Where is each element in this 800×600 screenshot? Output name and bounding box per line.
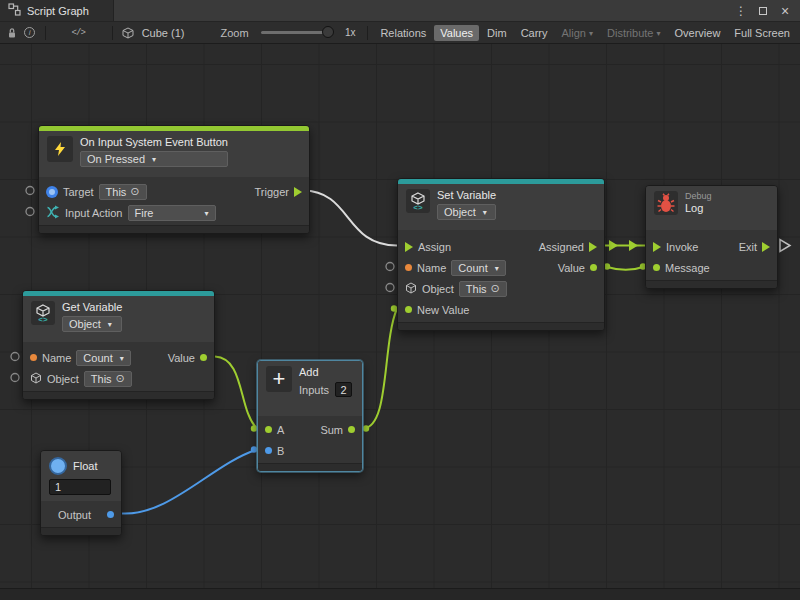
chip-value: This <box>91 373 112 385</box>
node-footer <box>646 280 777 288</box>
maximize-icon[interactable] <box>754 2 772 20</box>
flow-arrow-icon <box>629 240 638 251</box>
port-circle-set-object[interactable] <box>386 284 394 292</box>
wire-assigned-to-invoke[interactable] <box>605 240 645 251</box>
node-get-variable[interactable]: <> Get Variable Object Name Count <box>22 290 215 400</box>
trigger-port[interactable] <box>294 187 302 197</box>
status-strip <box>0 588 800 600</box>
name-port[interactable] <box>30 354 37 361</box>
port-row: Name Count Value <box>398 257 604 278</box>
invoke-port[interactable] <box>653 242 661 252</box>
a-port[interactable] <box>265 426 272 433</box>
wire-getvalue-to-a[interactable] <box>215 357 257 432</box>
port-circle-input-action[interactable] <box>26 208 34 216</box>
variable-name-dropdown[interactable]: Count <box>451 260 505 276</box>
toolbar-separator <box>367 26 368 40</box>
wire-value-to-message[interactable] <box>604 263 646 270</box>
object-cube-icon <box>405 282 417 296</box>
message-port-label: Message <box>665 262 710 274</box>
svg-text:<>: <> <box>413 203 423 211</box>
port-row: Target This Trigger <box>39 181 309 202</box>
variable-name-dropdown[interactable]: Count <box>76 350 130 366</box>
object-this-button[interactable]: This <box>84 371 132 387</box>
output-port[interactable] <box>107 511 114 518</box>
node-category: Debug <box>685 191 712 201</box>
node-on-input-system-event-button[interactable]: On Input System Event Button On Pressed … <box>38 125 310 234</box>
float-value-field[interactable]: 1 <box>49 479 111 495</box>
exit-port[interactable] <box>762 242 770 252</box>
port-row: Name Count Value <box>23 347 214 368</box>
message-port[interactable] <box>653 264 660 271</box>
assign-port-label: Assign <box>418 241 451 253</box>
svg-text:<>: <> <box>38 315 48 323</box>
event-mode-dropdown[interactable]: On Pressed <box>80 151 228 167</box>
values-button[interactable]: Values <box>434 25 479 41</box>
node-footer <box>41 527 121 535</box>
distribute-label: Distribute <box>607 27 653 39</box>
dropdown-value: Count <box>458 262 487 274</box>
wire-trigger-to-assign[interactable] <box>303 191 397 246</box>
menu-icon[interactable] <box>732 2 750 20</box>
gameobject-self-icon <box>46 186 58 198</box>
variable-scope-dropdown[interactable]: Object <box>437 204 496 220</box>
dropdown-value: Fire <box>135 207 154 219</box>
chevron-down-icon <box>105 318 112 330</box>
relations-button[interactable]: Relations <box>374 25 432 41</box>
port-circle-get-object[interactable] <box>11 374 19 382</box>
wire-sum-to-newvalue[interactable] <box>363 305 397 431</box>
wire-float-to-b[interactable] <box>122 446 257 513</box>
sum-port[interactable] <box>348 426 355 433</box>
exit-port-label: Exit <box>739 241 757 253</box>
script-graph-icon <box>8 3 21 18</box>
port-circle-target[interactable] <box>26 187 34 195</box>
close-icon[interactable] <box>776 2 794 20</box>
tab-title: Script Graph <box>27 5 89 17</box>
zoom-label: Zoom <box>216 27 252 39</box>
object-this-button[interactable]: This <box>459 281 507 297</box>
port-circle-set-name[interactable] <box>386 263 394 271</box>
value-port[interactable] <box>200 354 207 361</box>
new-value-port[interactable] <box>405 306 412 313</box>
value-port[interactable] <box>590 264 597 271</box>
chevron-down-icon <box>653 27 660 39</box>
dim-button[interactable]: Dim <box>481 25 513 41</box>
graph-target-label[interactable]: Cube (1) <box>138 27 189 39</box>
node-title: Get Variable <box>62 301 122 313</box>
name-port[interactable] <box>405 264 412 271</box>
target-this-button[interactable]: This <box>99 184 147 200</box>
flow-arrow-icon <box>609 240 618 251</box>
target-icon <box>116 372 125 385</box>
b-port-label: B <box>277 445 284 457</box>
node-debug-log[interactable]: Debug Log Invoke Exit Message <box>645 185 778 289</box>
float-literal-icon <box>49 457 67 475</box>
inputs-count-field[interactable]: 2 <box>335 382 352 397</box>
input-action-dropdown[interactable]: Fire <box>128 205 216 221</box>
port-row: Invoke Exit <box>646 236 777 257</box>
carry-button[interactable]: Carry <box>515 25 554 41</box>
port-row: Input Action Fire <box>39 202 309 223</box>
assign-port[interactable] <box>405 242 413 252</box>
graph-canvas[interactable]: On Input System Event Button On Pressed … <box>0 44 800 588</box>
node-add[interactable]: Add Inputs 2 A Sum B <box>257 360 363 472</box>
target-port-label: Target <box>63 186 94 198</box>
fullscreen-button[interactable]: Full Screen <box>728 25 796 41</box>
b-port[interactable] <box>265 447 272 454</box>
target-icon <box>130 185 139 198</box>
align-button: Align <box>556 25 599 41</box>
port-circle-get-name[interactable] <box>11 353 19 361</box>
overview-button[interactable]: Overview <box>669 25 727 41</box>
new-value-port-label: New Value <box>417 304 469 316</box>
node-float[interactable]: Float 1 Output <box>40 450 122 536</box>
node-set-variable[interactable]: <> Set Variable Object Assign Assigned <box>397 178 605 331</box>
zoom-slider-handle[interactable] <box>322 26 334 38</box>
assigned-port[interactable] <box>589 242 597 252</box>
node-footer <box>258 463 362 471</box>
lock-icon[interactable] <box>4 24 20 42</box>
code-view-icon[interactable] <box>70 24 86 42</box>
tab-script-graph[interactable]: Script Graph <box>0 0 114 21</box>
info-icon[interactable]: i <box>22 24 38 42</box>
zoom-slider[interactable] <box>261 31 334 34</box>
variable-scope-dropdown[interactable]: Object <box>62 316 122 332</box>
exit-dangling-arrow-icon[interactable] <box>780 240 790 252</box>
chip-value: This <box>106 186 127 198</box>
